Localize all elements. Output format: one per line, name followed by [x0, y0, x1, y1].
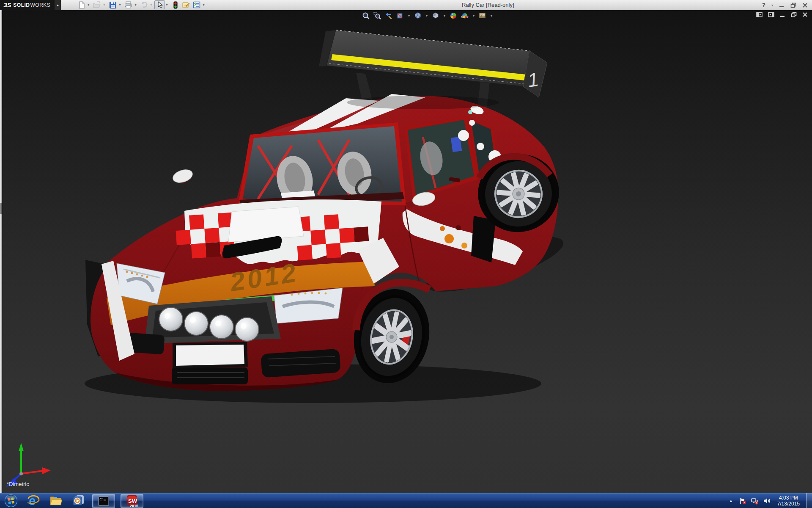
- chevron-down-icon[interactable]: ▾: [150, 3, 152, 7]
- chevron-down-icon[interactable]: ▾: [203, 3, 204, 7]
- save-icon: [109, 1, 117, 9]
- taskbar-clock[interactable]: 4:03 PM 7/13/2015: [777, 495, 800, 507]
- edit-appearance-icon: [461, 12, 469, 19]
- design-binder-icon: [182, 1, 190, 8]
- split-pane-icon: [768, 12, 774, 17]
- minimize-icon: [779, 3, 785, 8]
- chevron-down-icon[interactable]: ▾: [88, 3, 89, 7]
- rebuild-traffic-light-icon: [173, 1, 178, 9]
- media-player-icon: [71, 494, 85, 507]
- chevron-down-icon[interactable]: ▾: [426, 14, 428, 18]
- speaker-icon: [763, 497, 771, 504]
- zoom-to-fit-button[interactable]: [361, 11, 370, 20]
- solidworks-2015-icon: SW 2015: [126, 494, 138, 508]
- undo-button[interactable]: [139, 0, 149, 9]
- save-button[interactable]: [107, 0, 118, 9]
- headsup-view-toolbar: ▾ ▾ ▾: [361, 11, 494, 20]
- logo-text-works: WORKS: [30, 2, 51, 8]
- taskbar-command-prompt[interactable]: C:\: [92, 494, 115, 508]
- minimize-button[interactable]: [779, 3, 785, 8]
- minimize-icon: [780, 12, 785, 17]
- clock-date: 7/13/2015: [777, 501, 800, 507]
- cmd-icon-text: C:\: [100, 498, 104, 501]
- doc-close-button[interactable]: [802, 12, 808, 17]
- select-cursor-icon: [156, 1, 163, 8]
- logo-text-solid: SOLID: [13, 2, 30, 8]
- dassault-3ds-mark: ЗS: [3, 2, 11, 8]
- show-hidden-icons-button[interactable]: ▲: [727, 497, 735, 505]
- section-view-button[interactable]: [395, 11, 405, 20]
- menu-expand-button[interactable]: ▸: [55, 0, 61, 10]
- featuremanager-pane-button[interactable]: [756, 12, 763, 17]
- window-controls: ? ▾: [762, 0, 808, 10]
- action-center-button[interactable]: [739, 497, 746, 505]
- internet-explorer-icon: e: [27, 494, 40, 508]
- open-button[interactable]: [92, 0, 102, 9]
- chevron-down-icon[interactable]: ▾: [771, 3, 773, 7]
- taskbar-solidworks[interactable]: SW 2015: [121, 494, 143, 508]
- chevron-down-icon[interactable]: ▾: [444, 14, 445, 18]
- windows-start-icon: [4, 494, 18, 508]
- graphics-area[interactable]: 2012: [0, 10, 812, 493]
- sw-icon-letters: SW: [128, 498, 137, 504]
- split-pane-button[interactable]: [768, 12, 774, 17]
- solidworks-logo: ЗS SOLID WORKS: [0, 0, 55, 10]
- design-binder-button[interactable]: [181, 0, 191, 9]
- select-button[interactable]: [154, 0, 165, 9]
- undo-icon: [140, 1, 148, 8]
- chevron-down-icon[interactable]: ▾: [491, 14, 492, 18]
- system-tray: ▲: [727, 493, 812, 508]
- chevron-down-icon[interactable]: ▾: [103, 3, 105, 7]
- close-icon: [802, 3, 808, 8]
- restore-icon: [790, 3, 796, 8]
- network-status-button[interactable]: [751, 497, 759, 505]
- section-view-icon: [396, 12, 404, 19]
- title-bar: ЗS SOLID WORKS ▸ ▾ ▾: [0, 0, 812, 10]
- apply-scene-button[interactable]: [478, 11, 487, 20]
- rally-car-model[interactable]: 2012: [0, 10, 812, 493]
- edit-appearance-button[interactable]: [460, 11, 469, 20]
- zoom-to-area-button[interactable]: [373, 11, 382, 20]
- new-document-button[interactable]: [76, 0, 87, 9]
- taskbar-media-player[interactable]: [70, 493, 87, 508]
- taskbar-internet-explorer[interactable]: e: [25, 493, 42, 508]
- volume-button[interactable]: [763, 497, 771, 504]
- splitter-handle[interactable]: [0, 203, 2, 214]
- view-orientation-button[interactable]: [413, 11, 422, 20]
- clock-time: 4:03 PM: [777, 495, 800, 501]
- sw-icon-badge: 2015: [130, 504, 138, 508]
- folder-icon: [49, 494, 63, 507]
- window-title: Rally Car [Read-only]: [462, 2, 514, 8]
- taskbar-windows-explorer[interactable]: [47, 493, 64, 508]
- chevron-down-icon[interactable]: ▾: [166, 3, 167, 7]
- doc-restore-button[interactable]: [791, 12, 797, 17]
- show-desktop-button[interactable]: [806, 493, 812, 508]
- print-button[interactable]: [123, 0, 134, 9]
- chevron-down-icon[interactable]: ▾: [473, 14, 475, 18]
- zoom-to-fit-icon: [362, 12, 370, 19]
- command-prompt-icon: C:\: [98, 496, 110, 507]
- chevron-down-icon[interactable]: ▾: [408, 14, 410, 18]
- rebuild-button[interactable]: [170, 0, 181, 9]
- new-document-icon: [78, 1, 85, 9]
- rear-wing[interactable]: 1: [319, 30, 547, 109]
- pillar-decal-dot: [468, 110, 472, 114]
- chevron-down-icon[interactable]: ▾: [119, 3, 121, 7]
- left-mirror[interactable]: [171, 167, 194, 185]
- previous-view-button[interactable]: [384, 11, 393, 20]
- featuremanager-splitter[interactable]: [0, 10, 2, 493]
- options-button[interactable]: [191, 0, 202, 9]
- doc-minimize-button[interactable]: [780, 12, 785, 17]
- previous-view-icon: [385, 12, 392, 19]
- help-button[interactable]: ?: [762, 2, 765, 8]
- display-style-button[interactable]: [431, 11, 440, 20]
- realview-button[interactable]: [449, 11, 458, 20]
- license-plate[interactable]: [173, 342, 248, 368]
- start-button[interactable]: [3, 493, 19, 508]
- realview-icon: [450, 12, 457, 19]
- restore-button[interactable]: [790, 3, 796, 8]
- view-orientation-label: *Dimetric: [7, 481, 29, 487]
- desktop: ЗS SOLID WORKS ▸ ▾ ▾: [0, 0, 812, 508]
- close-button[interactable]: [802, 3, 808, 8]
- chevron-down-icon[interactable]: ▾: [134, 3, 136, 7]
